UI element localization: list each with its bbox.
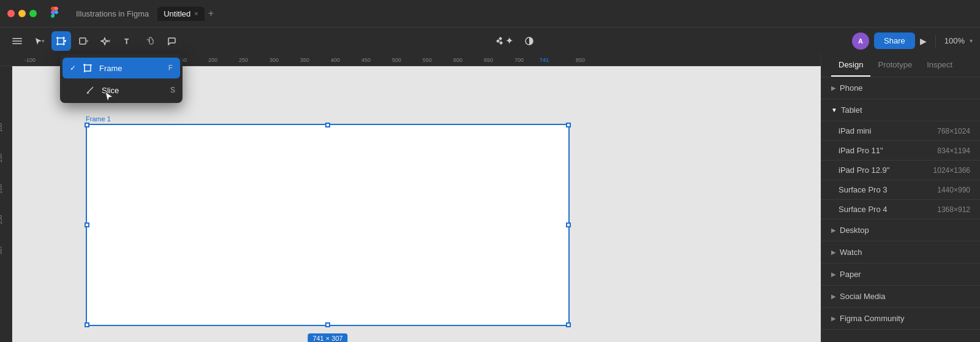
edge-handle-top[interactable] <box>325 123 330 127</box>
preset-ipad-mini-size: 768×1024 <box>937 127 970 135</box>
frame-tool-dropdown: ✓ Frame F Slice S <box>60 54 183 103</box>
edge-handle-right[interactable] <box>566 222 571 227</box>
preset-group-phone[interactable]: ▶ Phone <box>821 77 980 99</box>
corner-handle-tl[interactable] <box>85 123 89 127</box>
move-tool-button[interactable]: ▾ <box>29 31 49 51</box>
slice-icon <box>85 85 96 96</box>
tab-illustrations[interactable]: Illustrations in Figma <box>70 7 155 21</box>
chevron-down-icon: ▼ <box>831 107 837 113</box>
preset-group-figma-community[interactable]: ▶ Figma Community <box>821 308 980 330</box>
svg-rect-3 <box>58 38 64 44</box>
preset-surface-pro-3[interactable]: Surface Pro 3 1440×990 <box>821 180 980 200</box>
comment-tool-button[interactable] <box>162 31 181 51</box>
preset-surface-pro-4-size: 1368×912 <box>937 205 970 214</box>
preset-group-social-media[interactable]: ▶ Social Media <box>821 286 980 308</box>
preset-ipad-pro-11-label: iPad Pro 11" <box>839 146 883 155</box>
tablet-presets: iPad mini 768×1024 iPad Pro 11" 834×1194… <box>821 121 980 219</box>
tab-close-icon[interactable]: × <box>194 10 198 17</box>
preset-section: ▶ Phone ▼ Tablet iPad mini 768×1024 iPad… <box>821 77 980 330</box>
avatar: A <box>852 32 869 50</box>
canvas-viewport[interactable]: Frame 1 741 × 307 <box>12 66 821 342</box>
preset-group-desktop-label: Desktop <box>840 226 869 235</box>
tab-inspect[interactable]: Inspect <box>919 54 960 77</box>
frame-box[interactable] <box>86 124 570 326</box>
preset-group-watch[interactable]: ▶ Watch <box>821 241 980 264</box>
corner-handle-br[interactable] <box>566 322 571 327</box>
preset-ipad-pro-11-size: 834×1194 <box>937 146 970 155</box>
dropdown-item-slice[interactable]: Slice S <box>60 80 183 101</box>
tab-design[interactable]: Design <box>831 54 870 77</box>
preset-group-community-label: Figma Community <box>840 314 904 323</box>
corner-handle-bl[interactable] <box>85 322 89 327</box>
edge-handle-bottom[interactable] <box>325 322 330 327</box>
hand-tool-button[interactable] <box>140 31 159 51</box>
chevron-right-social-icon: ▶ <box>831 293 836 300</box>
preset-surface-pro-3-size: 1440×990 <box>937 186 970 194</box>
preset-ipad-mini-label: iPad mini <box>839 126 871 135</box>
preset-group-paper[interactable]: ▶ Paper <box>821 264 980 286</box>
frame-1[interactable]: Frame 1 741 × 307 <box>86 115 570 326</box>
preset-ipad-pro-11[interactable]: iPad Pro 11" 834×1194 <box>821 141 980 161</box>
preset-ipad-pro-129[interactable]: iPad Pro 12.9" 1024×1366 <box>821 161 980 180</box>
corner-handle-tr[interactable] <box>566 123 571 127</box>
share-button[interactable]: Share <box>874 32 915 49</box>
tab-prototype[interactable]: Prototype <box>870 54 919 77</box>
figma-logo-icon[interactable] <box>49 7 60 20</box>
title-bar: Illustrations in Figma Untitled × + <box>0 0 980 27</box>
preset-ipad-mini[interactable]: iPad mini 768×1024 <box>821 121 980 141</box>
frame-icon <box>82 63 93 74</box>
traffic-lights <box>7 10 37 17</box>
preset-group-watch-label: Watch <box>840 248 862 257</box>
checkmark-icon: ✓ <box>70 64 76 72</box>
pen-tool-button[interactable]: ▾ <box>96 31 115 51</box>
preset-group-phone-label: Phone <box>840 83 863 93</box>
right-sidebar-tabs: Design Prototype Inspect <box>821 54 980 77</box>
edge-handle-left[interactable] <box>85 222 89 227</box>
chevron-right-icon: ▶ <box>831 85 836 91</box>
close-button[interactable] <box>7 10 15 17</box>
canvas-body: 50 100 150 200 250 307 Frame 1 <box>0 66 821 342</box>
preset-group-social-label: Social Media <box>840 292 885 301</box>
preset-group-tablet-label: Tablet <box>841 105 862 115</box>
preset-ipad-pro-129-label: iPad Pro 12.9" <box>839 165 889 175</box>
svg-rect-1 <box>12 40 22 42</box>
dropdown-slice-label: Slice <box>102 86 119 95</box>
toolbar-center: ✦ <box>184 31 850 51</box>
svg-rect-2 <box>12 43 22 44</box>
svg-rect-12 <box>80 38 86 44</box>
svg-rect-0 <box>12 38 22 39</box>
preset-group-paper-label: Paper <box>840 270 861 279</box>
svg-rect-15 <box>85 65 91 71</box>
maximize-button[interactable] <box>29 10 37 17</box>
toolbar-right: A Share ▶ 100% ▾ <box>852 32 973 50</box>
preset-surface-pro-4[interactable]: Surface Pro 4 1368×912 <box>821 200 980 219</box>
dropdown-frame-shortcut: F <box>168 64 173 72</box>
dropdown-item-frame[interactable]: ✓ Frame F <box>62 58 180 78</box>
frame-label: Frame 1 <box>86 115 570 123</box>
toolbar: ▾ ▾ ▾ ▾ T ✦ A Share ▶ 100% ▾ <box>0 27 980 54</box>
minimize-button[interactable] <box>18 10 26 17</box>
zoom-chevron-icon[interactable]: ▾ <box>970 37 973 44</box>
tab-untitled[interactable]: Untitled × <box>157 7 205 21</box>
dropdown-slice-shortcut: S <box>170 86 175 94</box>
text-tool-button[interactable]: T <box>118 31 137 51</box>
preset-group-desktop[interactable]: ▶ Desktop <box>821 219 980 241</box>
component-icon[interactable]: ✦ <box>495 31 514 51</box>
preset-surface-pro-3-label: Surface Pro 3 <box>839 185 888 194</box>
preset-ipad-pro-129-size: 1024×1366 <box>933 166 970 175</box>
chevron-right-desktop-icon: ▶ <box>831 227 836 234</box>
shapes-tool-button[interactable]: ▾ <box>74 31 93 51</box>
chevron-right-community-icon: ▶ <box>831 315 836 322</box>
tab-bar: Illustrations in Figma Untitled × + <box>70 7 214 21</box>
play-button[interactable]: ▶ <box>920 36 927 46</box>
preset-group-tablet[interactable]: ▼ Tablet <box>821 99 980 121</box>
svg-text:T: T <box>124 37 129 45</box>
tab-add-button[interactable]: + <box>208 8 214 19</box>
menu-button[interactable] <box>7 31 27 51</box>
toolbar-divider <box>935 35 936 47</box>
mask-icon[interactable] <box>519 31 539 51</box>
dropdown-frame-label: Frame <box>99 64 123 73</box>
zoom-level[interactable]: 100% <box>944 36 965 45</box>
ruler-left: 50 100 150 200 250 307 <box>0 66 12 342</box>
frame-tool-button[interactable]: ▾ <box>51 31 71 51</box>
